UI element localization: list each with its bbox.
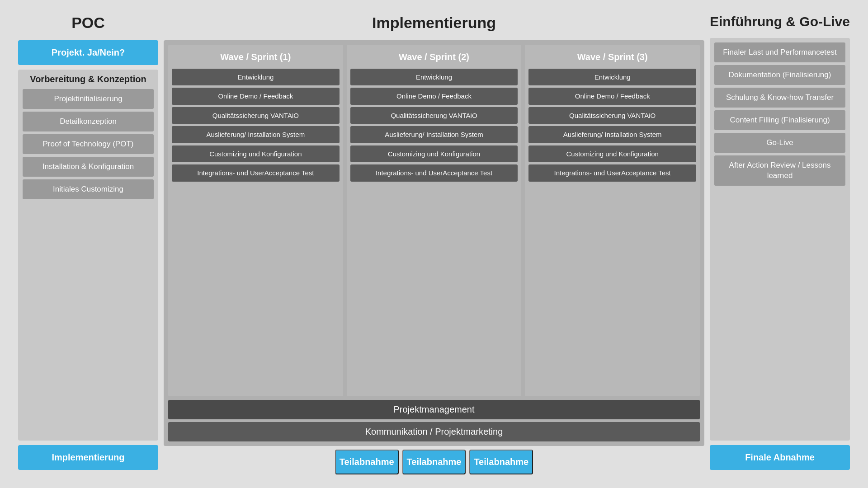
wave-1-item-1: Online Demo / Feedback [172,88,340,105]
einfuehrung-inner: Finaler Last und Performancetest Dokumen… [710,38,850,441]
teilabnahme-btn-1[interactable]: Teilabnahme [335,450,399,474]
poc-section: POC Projekt. Ja/Nein? Vorbereitung & Kon… [18,14,158,474]
ef-item-1: Dokumentation (Finalisierung) [714,65,845,85]
wave-2-item-3: Auslieferung/ Installation System [350,126,518,143]
teilabnahme-btn-3[interactable]: Teilabnahme [469,450,533,474]
einfuehrung-title: Einführung & Go-Live [710,14,850,30]
wave-1-item-3: Auslieferung/ Installation System [172,126,340,143]
implementierung-section: Implementierung Wave / Sprint (1) Entwic… [164,14,704,474]
pm-bar: Projektmanagement [168,400,700,419]
implementierung-title: Implementierung [372,14,496,32]
waves-row: Wave / Sprint (1) Entwicklung Online Dem… [168,45,700,396]
wave-2-title: Wave / Sprint (2) [350,49,518,65]
poc-item-0: Projektinitialisierung [23,89,154,109]
ef-item-3: Content Filling (Finalisierung) [714,110,845,130]
poc-item-4: Initiales Customizing [23,179,154,199]
wave-1-item-0: Entwicklung [172,69,340,86]
poc-item-2: Proof of Technology (POT) [23,134,154,154]
wave-1-item-2: Qualitätssicherung VANTAiO [172,107,340,124]
ef-item-2: Schulung & Know-how Transfer [714,88,845,108]
wave-3-title: Wave / Sprint (3) [528,49,696,65]
wave-1-item-5: Integrations- und UserAcceptance Test [172,164,340,182]
wave-2-item-5: Integrations- und UserAcceptance Test [350,164,518,182]
wave-3-item-3: Auslieferung/ Installation System [528,126,696,143]
wave-3-item-2: Qualitätssicherung VANTAiO [528,107,696,124]
waves-container: Wave / Sprint (1) Entwicklung Online Dem… [164,40,704,446]
wave-3: Wave / Sprint (3) Entwicklung Online Dem… [525,45,700,396]
wave-1-title: Wave / Sprint (1) [172,49,340,65]
wave-3-item-4: Customizing und Konfiguration [528,145,696,163]
finale-abnahme-button[interactable]: Finale Abnahme [710,445,850,470]
wave-2-item-1: Online Demo / Feedback [350,88,518,105]
komm-bar: Kommunikation / Projektmarketing [168,422,700,441]
ef-item-0: Finaler Last und Performancetest [714,42,845,62]
wave-3-item-0: Entwicklung [528,69,696,86]
projekt-button[interactable]: Projekt. Ja/Nein? [18,40,158,65]
wave-2-item-0: Entwicklung [350,69,518,86]
vorbereitung-title: Vorbereitung & Konzeption [23,74,154,84]
einfuehrung-section: Einführung & Go-Live Finaler Last und Pe… [710,14,850,474]
poc-title: POC [71,14,105,32]
poc-inner: Vorbereitung & Konzeption Projektinitial… [18,70,158,441]
wave-3-item-1: Online Demo / Feedback [528,88,696,105]
teilabnahme-row: Teilabnahme Teilabnahme Teilabnahme [335,450,533,474]
ef-item-4: Go-Live [714,133,845,153]
ef-item-5: After Action Review / Lessons learned [714,155,845,185]
poc-item-1: Detailkonzeption [23,112,154,131]
wave-2: Wave / Sprint (2) Entwicklung Online Dem… [347,45,522,396]
wave-3-item-5: Integrations- und UserAcceptance Test [528,164,696,182]
wave-2-item-4: Customizing und Konfiguration [350,145,518,163]
wave-1: Wave / Sprint (1) Entwicklung Online Dem… [168,45,343,396]
poc-item-3: Installation & Konfiguration [23,157,154,177]
teilabnahme-btn-2[interactable]: Teilabnahme [402,450,466,474]
main-container: POC Projekt. Ja/Nein? Vorbereitung & Kon… [0,0,868,488]
wave-2-item-2: Qualitätssicherung VANTAiO [350,107,518,124]
implementierung-button[interactable]: Implementierung [18,445,158,470]
wave-1-item-4: Customizing und Konfiguration [172,145,340,163]
